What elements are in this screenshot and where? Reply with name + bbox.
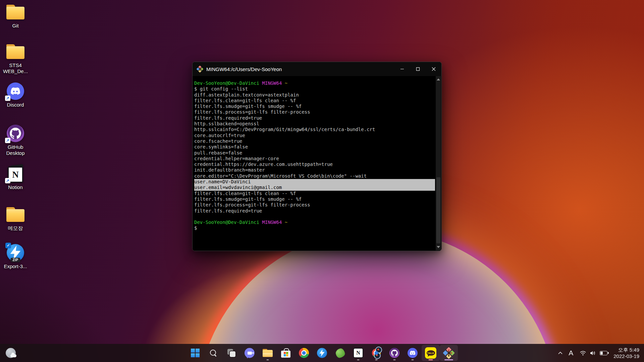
terminal-titlebar[interactable]: MINGW64:/c/Users/Dev-SooYeon [193,62,441,76]
chrome-icon [299,348,309,358]
folder-icon [6,207,24,222]
running-indicator [357,359,360,360]
chat-button[interactable] [240,345,259,361]
terminal-line: pull.rebase=false [194,150,435,156]
shortcut-arrow-icon: ↗ [5,96,10,101]
shortcut-arrow-icon: ↗ [5,178,10,183]
check-badge-icon: ✓ [5,243,11,248]
github-icon [389,348,399,358]
desktop-icon-label: Notion [8,184,22,190]
maximize-button[interactable] [410,62,426,76]
shortcut-arrow-icon: ↗ [5,138,10,143]
mintty-terminal-window: MINGW64:/c/Users/Dev-SooYeon Dev-SooYeon… [192,62,442,251]
volume-icon [590,351,596,356]
desktop-icon-git-folder[interactable]: Git [1,3,30,29]
terminal-line: credential.helper=manager-core [194,156,435,162]
git-bash-icon [197,66,203,72]
tray-time: 오후 5:49 [613,347,639,353]
task-view-button[interactable] [222,345,240,361]
running-indicator [267,359,269,360]
notion-icon: N [353,348,363,358]
desktop-icon-export-zip[interactable]: ZIP ✓ Export-3... [1,244,30,269]
terminal-line: credential.https://dev.azure.com.usehttp… [194,162,435,167]
weather-widget-button[interactable] [3,346,18,360]
chrome-icon [372,349,381,357]
terminal-line [194,214,435,220]
chrome-camera-button[interactable] [367,345,385,361]
desktop-icon-github-desktop[interactable]: ↗ GitHub Desktop [1,125,30,156]
desktop: Git STS4 WEB_De... ↗ Discord ↗ GitHub De… [0,0,644,362]
scrollbar-thumb[interactable] [436,177,440,244]
discord-button[interactable] [404,345,422,361]
desktop-icon-notion[interactable]: N ↗ Notion [1,165,30,190]
spring-leaf-icon [335,348,345,358]
running-indicator [393,359,396,360]
chrome-button[interactable] [295,345,313,361]
bandizip-icon: ZIP ✓ [7,244,24,261]
git-bash-button[interactable] [440,345,458,361]
system-tray: A 오후 5:49 2022-03-19 [556,344,641,362]
git-bash-icon [443,347,454,359]
desktop-icon-label: 메모장 [8,225,23,231]
folder-icon [6,5,24,19]
desktop-icon-label: Git [12,23,18,29]
terminal-line: user.name=DV-DaVinci [194,179,435,185]
terminal-line: diff.astextplain.textconv=astextplain [194,92,435,98]
minimize-button[interactable] [394,62,410,76]
chevron-up-icon [558,352,562,354]
terminal-line: core.symlinks=false [194,144,435,150]
terminal-line: filter.lfs.smudge=git-lfs smudge -- %f [194,196,435,202]
bandizip-icon [317,348,327,358]
terminal-output[interactable]: Dev-SooYeon@Dev-DaVinci MINGW64 ~$ git c… [193,76,441,251]
active-window-indicator [444,359,453,361]
spring-tool-suite-button[interactable] [331,345,349,361]
wifi-icon [580,351,586,356]
microsoft-store-icon [281,348,290,358]
start-button[interactable] [186,345,204,361]
ime-indicator-button[interactable]: A [566,346,576,360]
discord-icon [408,348,418,358]
scroll-down-arrow-icon[interactable] [436,244,441,250]
terminal-line: Dev-SooYeon@Dev-DaVinci MINGW64 ~ [194,80,435,86]
active-indicator [429,359,433,361]
github-desktop-button[interactable] [385,345,404,361]
kakaotalk-label: TALK [427,352,434,355]
terminal-line: $ git config --list [194,86,435,92]
tray-date: 2022-03-19 [613,353,639,359]
running-indicator [375,359,378,360]
search-button[interactable] [204,345,222,361]
scroll-up-arrow-icon[interactable] [436,77,441,82]
desktop-icon-sts4-folder[interactable]: STS4 WEB_De... [1,43,30,74]
battery-icon [600,351,607,355]
desktop-icon-label: Export-3... [4,263,27,269]
tray-overflow-button[interactable] [556,346,565,360]
desktop-icon-label: Discord [7,102,24,108]
terminal-line: $ [194,225,435,231]
task-view-icon [227,349,235,357]
bandizip-button[interactable] [313,345,331,361]
terminal-line: http.sslcainfo=C:/DevProgram/Git/mingw64… [194,127,435,132]
close-button[interactable] [426,62,441,76]
network-volume-battery-button[interactable] [577,346,610,360]
desktop-icon-label: GitHub Desktop [1,144,30,156]
terminal-line: Dev-SooYeon@Dev-DaVinci MINGW64 ~ [194,220,435,225]
terminal-line: filter.lfs.clean=git-lfs clean -- %f [194,191,435,196]
windows-logo-icon [191,349,200,357]
camera-badge-icon [374,352,381,359]
terminal-line: filter.lfs.required=true [194,208,435,214]
terminal-scrollbar[interactable] [436,76,441,250]
chat-camera-icon [245,348,255,358]
desktop-icon-memo-folder[interactable]: 메모장 [1,206,30,231]
clock[interactable]: 오후 5:49 2022-03-19 [611,347,641,359]
desktop-icon-discord[interactable]: ↗ Discord [1,82,30,108]
notion-button[interactable]: N [349,345,367,361]
terminal-line: http.sslbackend=openssl [194,121,435,127]
terminal-line: filter.lfs.process=git-lfs filter-proces… [194,202,435,208]
microsoft-store-button[interactable] [277,345,295,361]
terminal-line: core.autocrlf=true [194,133,435,138]
terminal-line: core.editor="C:\DevProgram\Microsoft VS … [194,173,435,179]
window-title: MINGW64:/c/Users/Dev-SooYeon [206,66,394,72]
kakaotalk-button[interactable]: TALK [422,345,440,361]
file-explorer-button[interactable] [259,345,277,361]
taskbar-icons: N [186,345,458,361]
